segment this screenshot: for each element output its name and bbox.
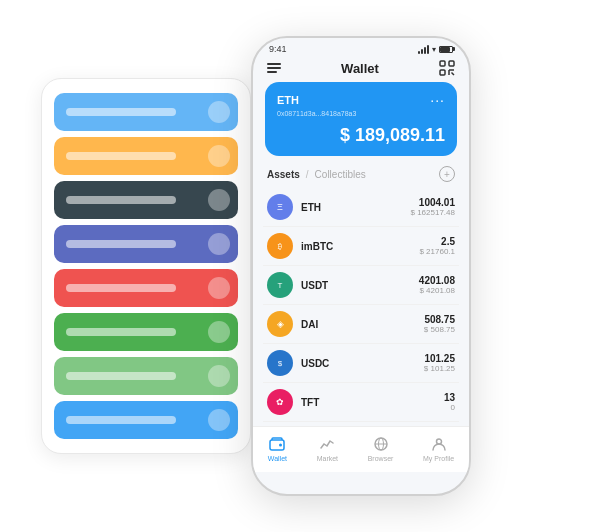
- card-item[interactable]: [54, 93, 238, 131]
- dai-icon: ◈: [267, 311, 293, 337]
- nav-wallet[interactable]: Wallet: [268, 435, 287, 462]
- asset-row[interactable]: ₿imBTC2.5$ 21760.1: [263, 227, 459, 266]
- eth-icon: Ξ: [267, 194, 293, 220]
- card-item[interactable]: [54, 225, 238, 263]
- page-title: Wallet: [341, 61, 379, 76]
- add-asset-button[interactable]: +: [439, 166, 455, 182]
- asset-name: TFT: [301, 397, 444, 408]
- asset-amounts: 130: [444, 392, 455, 412]
- asset-amounts: 4201.08$ 4201.08: [419, 275, 455, 295]
- eth-card[interactable]: ETH ··· 0x08711d3a...8418a78a3 $ 189,089…: [265, 82, 457, 156]
- assets-header: Assets / Collectibles +: [253, 166, 469, 188]
- card-item[interactable]: [54, 313, 238, 351]
- browser-nav-icon: [372, 435, 390, 453]
- card-item[interactable]: [54, 269, 238, 307]
- asset-name: imBTC: [301, 241, 419, 252]
- svg-rect-1: [449, 61, 454, 66]
- nav-market[interactable]: Market: [317, 435, 338, 462]
- nav-browser[interactable]: Browser: [368, 435, 394, 462]
- asset-name: ETH: [301, 202, 411, 213]
- signal-icon: [418, 45, 429, 54]
- asset-row[interactable]: $USDC101.25$ 101.25: [263, 344, 459, 383]
- usdt-icon: T: [267, 272, 293, 298]
- asset-usd: $ 101.25: [424, 364, 455, 373]
- eth-symbol: ETH: [277, 94, 299, 106]
- asset-amounts: 2.5$ 21760.1: [419, 236, 455, 256]
- market-nav-icon: [318, 435, 336, 453]
- asset-list: ΞETH1004.01$ 162517.48₿imBTC2.5$ 21760.1…: [253, 188, 469, 422]
- asset-qty: 2.5: [419, 236, 455, 247]
- usdc-icon: $: [267, 350, 293, 376]
- asset-name: DAI: [301, 319, 424, 330]
- asset-usd: $ 4201.08: [419, 286, 455, 295]
- asset-usd: $ 21760.1: [419, 247, 455, 256]
- profile-nav-icon: [430, 435, 448, 453]
- asset-amounts: 508.75$ 508.75: [424, 314, 455, 334]
- nav-profile[interactable]: My Profile: [423, 435, 454, 462]
- asset-qty: 13: [444, 392, 455, 403]
- card-stack: [41, 78, 251, 454]
- wallet-nav-icon: [268, 435, 286, 453]
- asset-qty: 508.75: [424, 314, 455, 325]
- status-time: 9:41: [269, 44, 287, 54]
- status-bar: 9:41 ▾: [253, 38, 469, 56]
- svg-point-7: [279, 444, 282, 447]
- battery-icon: [439, 46, 453, 53]
- asset-name: USDC: [301, 358, 424, 369]
- collectibles-tab[interactable]: Collectibles: [315, 169, 366, 180]
- status-icons: ▾: [418, 45, 453, 54]
- svg-line-5: [452, 73, 455, 76]
- assets-tab[interactable]: Assets: [267, 169, 300, 180]
- phone-header: Wallet: [253, 56, 469, 82]
- tft-icon: ✿: [267, 389, 293, 415]
- card-item[interactable]: [54, 181, 238, 219]
- profile-nav-label: My Profile: [423, 455, 454, 462]
- phone-mockup: 9:41 ▾ Wallet: [251, 36, 471, 496]
- card-item[interactable]: [54, 401, 238, 439]
- eth-address: 0x08711d3a...8418a78a3: [277, 110, 445, 117]
- scan-icon[interactable]: [439, 60, 455, 76]
- market-nav-label: Market: [317, 455, 338, 462]
- menu-icon[interactable]: [267, 63, 281, 73]
- asset-usd: 0: [444, 403, 455, 412]
- svg-rect-0: [440, 61, 445, 66]
- asset-qty: 101.25: [424, 353, 455, 364]
- asset-row[interactable]: ✿TFT130: [263, 383, 459, 422]
- asset-amounts: 101.25$ 101.25: [424, 353, 455, 373]
- card-item[interactable]: [54, 357, 238, 395]
- asset-amounts: 1004.01$ 162517.48: [411, 197, 456, 217]
- svg-rect-2: [440, 70, 445, 75]
- asset-usd: $ 162517.48: [411, 208, 456, 217]
- wifi-icon: ▾: [432, 45, 436, 54]
- asset-qty: 4201.08: [419, 275, 455, 286]
- browser-nav-label: Browser: [368, 455, 394, 462]
- wallet-nav-label: Wallet: [268, 455, 287, 462]
- asset-qty: 1004.01: [411, 197, 456, 208]
- asset-name: USDT: [301, 280, 419, 291]
- eth-card-menu[interactable]: ···: [430, 92, 445, 108]
- asset-row[interactable]: ◈DAI508.75$ 508.75: [263, 305, 459, 344]
- imbtc-icon: ₿: [267, 233, 293, 259]
- card-item[interactable]: [54, 137, 238, 175]
- bottom-nav: Wallet Market Browser: [253, 426, 469, 472]
- scene: 9:41 ▾ Wallet: [11, 11, 591, 521]
- eth-balance: $ 189,089.11: [277, 125, 445, 146]
- asset-row[interactable]: TUSDT4201.08$ 4201.08: [263, 266, 459, 305]
- asset-usd: $ 508.75: [424, 325, 455, 334]
- asset-row[interactable]: ΞETH1004.01$ 162517.48: [263, 188, 459, 227]
- assets-divider: /: [306, 169, 309, 180]
